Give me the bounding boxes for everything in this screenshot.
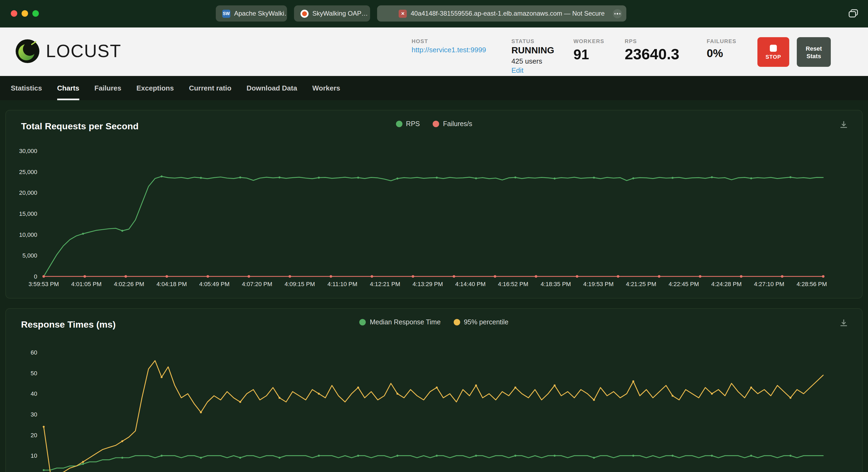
series-marker [475,177,477,179]
legend-item[interactable]: RPS [396,120,420,128]
legend-label: Failures/s [443,120,472,128]
series-marker [554,455,556,457]
host-block: HOST http://service1.test:9999 [412,38,486,54]
x-tick-label: 4:12:21 PM [370,281,400,288]
y-tick-label: 50 [31,370,37,377]
nav-tab-statistics[interactable]: Statistics [11,76,42,100]
series-marker [42,275,45,278]
nav-tab-current-ratio[interactable]: Current ratio [189,76,231,100]
edit-users-link[interactable]: Edit [512,66,554,74]
series-marker [124,275,127,278]
x-tick-label: 4:27:10 PM [754,281,784,288]
y-tick-label: 25,000 [19,169,37,175]
x-tick-label: 4:11:10 PM [328,281,358,288]
series-marker [515,455,516,457]
tab-label: SkyWalking OAP… [312,10,368,17]
legend-dot-icon [396,121,402,127]
series-marker [82,233,84,235]
response-times-chart-plot: 102030405060 [6,336,863,472]
series-marker [672,455,674,457]
tab-more-icon[interactable] [613,9,622,18]
series-marker [279,457,281,459]
series-marker [672,395,674,397]
series-marker [740,275,743,278]
legend-item[interactable]: Failures/s [433,120,472,128]
legend-dot-icon [433,121,439,127]
series-marker [554,177,556,179]
legend-item[interactable]: 95% percentile [454,318,508,326]
series-marker [83,275,86,278]
series-marker [789,397,792,399]
series-marker [279,176,281,178]
series-marker [42,426,44,428]
series-marker [593,457,595,459]
chart-legend: Median Response Time95% percentile [6,318,862,326]
series-marker [357,177,359,179]
series-marker [397,177,398,179]
series-marker [632,455,634,457]
series-marker [475,384,477,386]
nav-tab-workers[interactable]: Workers [312,76,340,100]
series-line [44,176,823,276]
chart-legend: RPSFailures/s [6,120,862,128]
series-marker [711,455,713,457]
stop-button-label: STOP [766,54,781,60]
series-marker [632,177,634,179]
y-tick-label: 30 [31,411,37,418]
series-marker [330,275,332,278]
skywalking-favicon-icon: SW [222,9,230,18]
x-tick-label: 4:02:26 PM [114,281,144,288]
nav-tab-exceptions[interactable]: Exceptions [136,76,174,100]
series-marker [200,177,202,179]
series-marker [121,440,123,442]
reset-stats-button[interactable]: Reset Stats [797,37,831,67]
series-marker [318,393,320,395]
browser-tab-active-url[interactable]: ✕ 40a4148f-381559556.ap-east-1.elb.amazo… [377,5,626,22]
series-marker [515,386,516,389]
series-marker [436,455,438,457]
download-chart-icon[interactable] [839,120,848,131]
stop-button[interactable]: STOP [757,37,789,67]
download-chart-icon[interactable] [839,318,848,329]
x-tick-label: 4:22:45 PM [669,281,699,288]
application-window: SW Apache SkyWalki… SkyWalking OAP… ✕ 40… [0,0,868,472]
series-marker [318,177,320,179]
series-marker [121,230,123,232]
series-marker [750,386,752,389]
site-favicon-icon: ✕ [399,9,407,18]
rps-value: 23640.3 [625,46,679,63]
oap-favicon-icon [301,9,309,18]
y-tick-label: 5,000 [22,252,37,259]
zoom-button[interactable] [32,10,39,17]
series-marker [371,275,373,278]
series-marker [494,275,496,278]
browser-tab-skywalking-oap[interactable]: SkyWalking OAP… [294,5,370,22]
close-button[interactable] [11,10,17,17]
series-marker [239,176,241,178]
series-marker [576,275,579,278]
x-tick-label: 4:21:25 PM [626,281,656,288]
series-marker [789,455,792,457]
legend-item[interactable]: Median Response Time [360,318,441,326]
series-marker [593,399,595,401]
nav-tab-charts[interactable]: Charts [57,76,79,100]
y-tick-label: 20,000 [19,190,37,196]
series-marker [239,457,241,459]
y-tick-label: 15,000 [19,210,37,217]
legend-label: RPS [406,120,420,128]
series-marker [248,275,250,278]
nav-tab-failures[interactable]: Failures [94,76,121,100]
host-url-link[interactable]: http://service1.test:9999 [412,46,486,54]
status-state: RUNNING [512,45,554,56]
series-marker [515,176,516,178]
nav-tab-download-data[interactable]: Download Data [247,76,297,100]
rps-chart-plot: 05,00010,00015,00020,00025,00030,0003:59… [6,137,863,294]
minimize-button[interactable] [22,10,28,17]
browser-tab-apache-skywalking[interactable]: SW Apache SkyWalki… [216,5,287,22]
tab-overview-icon[interactable] [848,9,858,20]
x-tick-label: 4:07:20 PM [242,281,273,288]
y-tick-label: 20 [31,432,37,439]
x-tick-label: 4:19:53 PM [583,281,614,288]
series-marker [750,455,752,457]
y-tick-label: 30,000 [19,148,37,155]
